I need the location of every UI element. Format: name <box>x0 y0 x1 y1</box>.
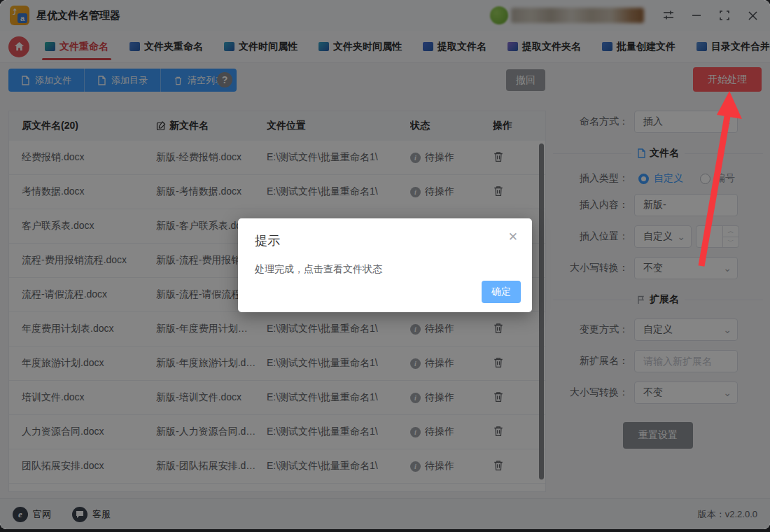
dialog-title: 提示 <box>255 232 515 249</box>
dialog-message: 处理完成，点击查看文件状态 <box>255 263 515 276</box>
dialog-ok-button[interactable]: 确定 <box>482 281 521 303</box>
app-window: ⤴a 星优文件名管理器 <box>0 0 770 529</box>
dialog-close-icon[interactable]: ✕ <box>508 231 518 243</box>
message-dialog: 提示 ✕ 处理完成，点击查看文件状态 确定 <box>238 218 532 312</box>
